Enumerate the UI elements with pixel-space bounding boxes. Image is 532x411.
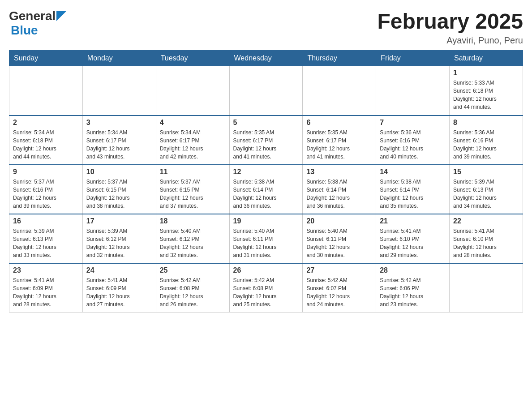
calendar-cell: 13Sunrise: 5:38 AMSunset: 6:14 PMDayligh… <box>303 165 376 214</box>
calendar-week-row: 23Sunrise: 5:41 AMSunset: 6:09 PMDayligh… <box>9 263 523 313</box>
day-sun-info: Sunrise: 5:41 AMSunset: 6:09 PMDaylight:… <box>86 276 152 308</box>
day-number: 10 <box>86 168 152 176</box>
calendar-cell: 17Sunrise: 5:39 AMSunset: 6:12 PMDayligh… <box>82 214 156 263</box>
day-sun-info: Sunrise: 5:42 AMSunset: 6:06 PMDaylight:… <box>380 276 446 308</box>
day-sun-info: Sunrise: 5:34 AMSunset: 6:18 PMDaylight:… <box>13 128 79 161</box>
day-number: 28 <box>380 266 446 274</box>
day-sun-info: Sunrise: 5:39 AMSunset: 6:13 PMDaylight:… <box>453 178 519 210</box>
day-sun-info: Sunrise: 5:41 AMSunset: 6:10 PMDaylight:… <box>453 227 519 259</box>
calendar-cell: 8Sunrise: 5:36 AMSunset: 6:16 PMDaylight… <box>450 116 523 165</box>
calendar-cell <box>156 66 229 116</box>
calendar-table: SundayMondayTuesdayWednesdayThursdayFrid… <box>9 50 523 313</box>
day-sun-info: Sunrise: 5:42 AMSunset: 6:08 PMDaylight:… <box>233 276 299 308</box>
day-number: 7 <box>380 119 446 127</box>
weekday-header-sunday: Sunday <box>9 51 83 66</box>
day-number: 14 <box>380 168 446 176</box>
calendar-week-row: 2Sunrise: 5:34 AMSunset: 6:18 PMDaylight… <box>9 116 523 165</box>
calendar-week-row: 16Sunrise: 5:39 AMSunset: 6:13 PMDayligh… <box>9 214 523 263</box>
day-sun-info: Sunrise: 5:41 AMSunset: 6:09 PMDaylight:… <box>13 276 79 308</box>
calendar-cell: 23Sunrise: 5:41 AMSunset: 6:09 PMDayligh… <box>9 263 83 313</box>
day-number: 23 <box>13 266 79 274</box>
day-sun-info: Sunrise: 5:40 AMSunset: 6:12 PMDaylight:… <box>160 227 226 259</box>
day-number: 5 <box>233 119 299 127</box>
calendar-cell: 4Sunrise: 5:34 AMSunset: 6:17 PMDaylight… <box>156 116 229 165</box>
calendar-cell <box>82 66 156 116</box>
calendar-cell: 7Sunrise: 5:36 AMSunset: 6:16 PMDaylight… <box>376 116 450 165</box>
day-number: 6 <box>306 119 372 127</box>
weekday-header-monday: Monday <box>82 51 156 66</box>
calendar-cell <box>229 66 303 116</box>
page-header: General Blue February 2025 Ayaviri, Puno… <box>9 9 523 46</box>
calendar-cell <box>9 66 83 116</box>
calendar-cell: 2Sunrise: 5:34 AMSunset: 6:18 PMDaylight… <box>9 116 83 165</box>
calendar-cell: 27Sunrise: 5:42 AMSunset: 6:07 PMDayligh… <box>303 263 376 313</box>
day-number: 26 <box>233 266 299 274</box>
day-sun-info: Sunrise: 5:37 AMSunset: 6:16 PMDaylight:… <box>13 178 79 210</box>
calendar-cell: 5Sunrise: 5:35 AMSunset: 6:17 PMDaylight… <box>229 116 303 165</box>
day-number: 19 <box>233 217 299 225</box>
day-number: 8 <box>453 119 519 127</box>
day-number: 22 <box>453 217 519 225</box>
weekday-header-friday: Friday <box>376 51 450 66</box>
day-sun-info: Sunrise: 5:42 AMSunset: 6:07 PMDaylight:… <box>306 276 372 308</box>
day-number: 11 <box>160 168 226 176</box>
weekday-header-wednesday: Wednesday <box>229 51 303 66</box>
logo-triangle-icon <box>56 11 66 21</box>
day-number: 16 <box>13 217 79 225</box>
calendar-cell: 20Sunrise: 5:40 AMSunset: 6:11 PMDayligh… <box>303 214 376 263</box>
weekday-header-tuesday: Tuesday <box>156 51 229 66</box>
logo-general-text: General <box>9 9 56 23</box>
day-sun-info: Sunrise: 5:37 AMSunset: 6:15 PMDaylight:… <box>160 178 226 210</box>
day-number: 24 <box>86 266 152 274</box>
calendar-cell: 9Sunrise: 5:37 AMSunset: 6:16 PMDaylight… <box>9 165 83 214</box>
day-sun-info: Sunrise: 5:38 AMSunset: 6:14 PMDaylight:… <box>380 178 446 210</box>
calendar-cell: 26Sunrise: 5:42 AMSunset: 6:08 PMDayligh… <box>229 263 303 313</box>
calendar-week-row: 9Sunrise: 5:37 AMSunset: 6:16 PMDaylight… <box>9 165 523 214</box>
calendar-cell: 15Sunrise: 5:39 AMSunset: 6:13 PMDayligh… <box>450 165 523 214</box>
calendar-cell: 22Sunrise: 5:41 AMSunset: 6:10 PMDayligh… <box>450 214 523 263</box>
day-sun-info: Sunrise: 5:39 AMSunset: 6:12 PMDaylight:… <box>86 227 152 259</box>
weekday-header-row: SundayMondayTuesdayWednesdayThursdayFrid… <box>9 51 523 66</box>
day-sun-info: Sunrise: 5:34 AMSunset: 6:17 PMDaylight:… <box>160 128 226 161</box>
day-number: 3 <box>86 119 152 127</box>
calendar-cell <box>450 263 523 313</box>
day-number: 15 <box>453 168 519 176</box>
calendar-cell: 16Sunrise: 5:39 AMSunset: 6:13 PMDayligh… <box>9 214 83 263</box>
day-sun-info: Sunrise: 5:35 AMSunset: 6:17 PMDaylight:… <box>233 128 299 161</box>
day-sun-info: Sunrise: 5:37 AMSunset: 6:15 PMDaylight:… <box>86 178 152 210</box>
calendar-cell: 6Sunrise: 5:35 AMSunset: 6:17 PMDaylight… <box>303 116 376 165</box>
title-section: February 2025 Ayaviri, Puno, Peru <box>377 9 523 46</box>
day-sun-info: Sunrise: 5:35 AMSunset: 6:17 PMDaylight:… <box>306 128 372 161</box>
day-sun-info: Sunrise: 5:40 AMSunset: 6:11 PMDaylight:… <box>306 227 372 259</box>
day-number: 1 <box>453 69 519 77</box>
calendar-cell: 10Sunrise: 5:37 AMSunset: 6:15 PMDayligh… <box>82 165 156 214</box>
day-sun-info: Sunrise: 5:40 AMSunset: 6:11 PMDaylight:… <box>233 227 299 259</box>
weekday-header-thursday: Thursday <box>303 51 376 66</box>
day-sun-info: Sunrise: 5:42 AMSunset: 6:08 PMDaylight:… <box>160 276 226 308</box>
day-number: 25 <box>160 266 226 274</box>
calendar-week-row: 1Sunrise: 5:33 AMSunset: 6:18 PMDaylight… <box>9 66 523 116</box>
month-title: February 2025 <box>377 9 523 34</box>
logo-blue-text: Blue <box>9 23 66 38</box>
calendar-cell: 25Sunrise: 5:42 AMSunset: 6:08 PMDayligh… <box>156 263 229 313</box>
location-text: Ayaviri, Puno, Peru <box>377 35 523 46</box>
calendar-cell: 3Sunrise: 5:34 AMSunset: 6:17 PMDaylight… <box>82 116 156 165</box>
day-number: 4 <box>160 119 226 127</box>
day-number: 21 <box>380 217 446 225</box>
day-sun-info: Sunrise: 5:33 AMSunset: 6:18 PMDaylight:… <box>453 79 519 111</box>
calendar-cell: 28Sunrise: 5:42 AMSunset: 6:06 PMDayligh… <box>376 263 450 313</box>
day-number: 12 <box>233 168 299 176</box>
day-sun-info: Sunrise: 5:36 AMSunset: 6:16 PMDaylight:… <box>380 128 446 161</box>
svg-marker-0 <box>56 11 66 21</box>
calendar-cell <box>376 66 450 116</box>
day-number: 13 <box>306 168 372 176</box>
day-sun-info: Sunrise: 5:41 AMSunset: 6:10 PMDaylight:… <box>380 227 446 259</box>
calendar-cell: 12Sunrise: 5:38 AMSunset: 6:14 PMDayligh… <box>229 165 303 214</box>
calendar-cell: 19Sunrise: 5:40 AMSunset: 6:11 PMDayligh… <box>229 214 303 263</box>
calendar-cell: 11Sunrise: 5:37 AMSunset: 6:15 PMDayligh… <box>156 165 229 214</box>
day-sun-info: Sunrise: 5:38 AMSunset: 6:14 PMDaylight:… <box>306 178 372 210</box>
calendar-cell: 1Sunrise: 5:33 AMSunset: 6:18 PMDaylight… <box>450 66 523 116</box>
calendar-cell: 21Sunrise: 5:41 AMSunset: 6:10 PMDayligh… <box>376 214 450 263</box>
day-number: 2 <box>13 119 79 127</box>
day-number: 20 <box>306 217 372 225</box>
